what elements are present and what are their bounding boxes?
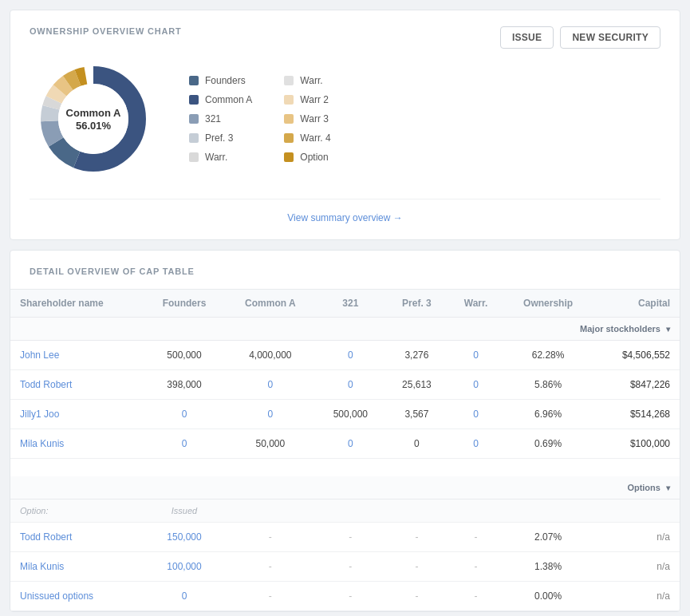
- legend-dot: [189, 152, 199, 162]
- legend-label: Warr 3: [300, 113, 329, 124]
- options-dash2: -: [316, 552, 385, 582]
- group-label: Major stockholders: [580, 324, 660, 334]
- options-issued: 0: [144, 582, 225, 611]
- options-sub-header: Option: Issued: [10, 500, 680, 523]
- col-warr: Warr.: [448, 290, 504, 318]
- options-capital: n/a: [593, 552, 680, 582]
- shareholder-name[interactable]: Todd Robert: [10, 370, 144, 400]
- cell-value: 500,000: [316, 400, 385, 429]
- issue-button[interactable]: ISSUE: [500, 26, 554, 49]
- cell-value: 500,000: [144, 341, 225, 370]
- col-founders: Founders: [144, 290, 225, 318]
- cell-value: 0: [225, 370, 316, 400]
- shareholder-name[interactable]: John Lee: [10, 341, 144, 370]
- col-shareholder: Shareholder name: [10, 290, 144, 318]
- shareholder-name[interactable]: Jilly1 Joo: [10, 400, 144, 429]
- options-dash4: -: [448, 523, 504, 552]
- col-ownership: Ownership: [503, 290, 593, 318]
- cell-value: 0: [144, 429, 225, 459]
- col-common-a: Common A: [225, 290, 316, 318]
- options-row: Todd Robert 150,000 - - - - 2.07% n/a: [10, 523, 680, 552]
- svg-point-9: [58, 84, 128, 154]
- legend-dot: [284, 95, 294, 105]
- table-row: Todd Robert 398,000 0 0 25,613 0 5.86% $…: [10, 370, 680, 400]
- action-buttons: ISSUE NEW SECURITY: [500, 26, 660, 49]
- cell-value: 0: [448, 341, 504, 370]
- options-dash4: -: [448, 582, 504, 611]
- options-dash2: -: [316, 582, 385, 611]
- legend-item: Option: [284, 152, 347, 163]
- cell-ownership: 5.86%: [503, 370, 593, 400]
- legend-label: Option: [300, 152, 328, 163]
- chart-container: Common A 56.01% FoundersWarr.Common AWar…: [30, 55, 660, 183]
- options-dash4: -: [448, 552, 504, 582]
- chevron-icon: ▾: [666, 484, 670, 492]
- options-shareholder[interactable]: Todd Robert: [10, 523, 144, 552]
- options-label: Options: [627, 483, 660, 492]
- view-summary-link[interactable]: View summary overview →: [30, 199, 660, 223]
- cell-capital: $100,000: [593, 429, 680, 459]
- cell-value: 0: [316, 370, 385, 400]
- cell-value: 0: [316, 429, 385, 459]
- options-issued: 150,000: [144, 523, 225, 552]
- cell-ownership: 6.96%: [503, 400, 593, 429]
- legend: FoundersWarr.Common AWarr 2321Warr 3Pref…: [189, 75, 348, 163]
- chevron-icon: ▾: [666, 325, 670, 334]
- cell-value: 0: [448, 370, 504, 400]
- legend-dot: [189, 95, 199, 105]
- legend-item: Pref. 3: [189, 132, 252, 144]
- table-row: Jilly1 Joo 0 0 500,000 3,567 0 6.96% $51…: [10, 400, 680, 429]
- table-header-row: Shareholder name Founders Common A 321 P…: [10, 290, 680, 318]
- options-ownership: 1.38%: [503, 552, 593, 582]
- cap-table: Shareholder name Founders Common A 321 P…: [10, 289, 680, 611]
- legend-dot: [284, 133, 294, 143]
- options-dash3: -: [385, 552, 448, 582]
- cell-capital: $514,268: [593, 400, 680, 429]
- legend-label: Warr.: [300, 75, 322, 86]
- legend-label: Founders: [205, 75, 246, 86]
- cell-value: 0: [144, 400, 225, 429]
- options-sub-col2: Issued: [144, 500, 225, 523]
- new-security-button[interactable]: NEW SECURITY: [560, 26, 660, 49]
- options-dash3: -: [385, 523, 448, 552]
- legend-label: Warr 2: [300, 94, 329, 105]
- legend-label: Common A: [205, 94, 252, 105]
- options-dash1: -: [225, 552, 316, 582]
- options-shareholder[interactable]: Mila Kunis: [10, 552, 144, 582]
- cell-value: 0: [225, 400, 316, 429]
- cell-pref3: 3,276: [385, 341, 448, 370]
- legend-item: Founders: [189, 75, 252, 86]
- shareholder-name[interactable]: Mila Kunis: [10, 429, 144, 459]
- options-shareholder[interactable]: Unissued options: [10, 582, 144, 611]
- cell-value: 4,000,000: [225, 341, 316, 370]
- options-ownership: 0.00%: [503, 582, 593, 611]
- cell-value: 398,000: [144, 370, 225, 400]
- col-pref3: Pref. 3: [385, 290, 448, 318]
- options-ownership: 2.07%: [503, 523, 593, 552]
- options-issued: 100,000: [144, 552, 225, 582]
- legend-item: Warr 2: [284, 94, 347, 105]
- legend-item: Warr.: [189, 152, 252, 163]
- legend-label: 321: [205, 113, 221, 124]
- legend-item: Warr.: [284, 75, 347, 86]
- options-dash2: -: [316, 523, 385, 552]
- options-sub-col1: Option:: [10, 500, 144, 523]
- legend-dot: [189, 114, 199, 124]
- legend-dot: [284, 76, 294, 85]
- legend-dot: [284, 114, 294, 124]
- legend-item: Common A: [189, 94, 252, 105]
- options-row: Mila Kunis 100,000 - - - - 1.38% n/a: [10, 552, 680, 582]
- ownership-header: OWNERSHIP OVERVIEW CHART ISSUE NEW SECUR…: [30, 26, 660, 49]
- col-capital: Capital: [593, 290, 680, 318]
- donut-chart: Common A 56.01%: [30, 55, 157, 183]
- options-group: Options ▾: [10, 476, 680, 500]
- legend-dot: [189, 76, 199, 85]
- table-row: John Lee 500,000 4,000,000 0 3,276 0 62.…: [10, 341, 680, 370]
- cell-ownership: 62.28%: [503, 341, 593, 370]
- cap-table-section: DETAIL OVERVIEW OF CAP TABLE Shareholder…: [10, 250, 680, 612]
- table-row: Mila Kunis 0 50,000 0 0 0 0.69% $100,000: [10, 429, 680, 459]
- ownership-section: OWNERSHIP OVERVIEW CHART ISSUE NEW SECUR…: [10, 10, 680, 240]
- cap-table-title: DETAIL OVERVIEW OF CAP TABLE: [10, 267, 680, 289]
- legend-label: Pref. 3: [205, 132, 233, 144]
- options-dash3: -: [385, 582, 448, 611]
